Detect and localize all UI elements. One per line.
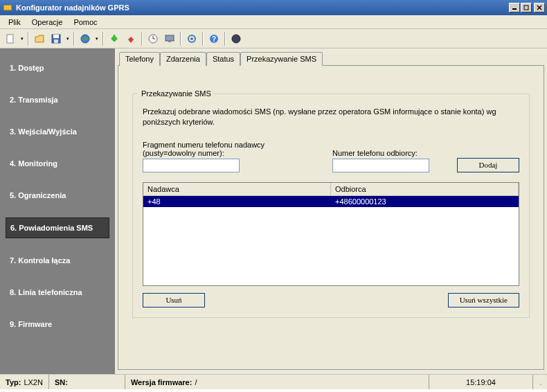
svg-point-16 (190, 37, 193, 40)
status-sn-label: SN: (55, 378, 68, 386)
svg-rect-0 (3, 5, 12, 10)
sidebar-item-sms-notifications[interactable]: 6. Powiadomienia SMS (6, 217, 109, 238)
toolbar: ▾ ▾ ▾ ? (0, 29, 547, 48)
new-icon[interactable] (3, 31, 18, 46)
menu-operations[interactable]: Operacje (26, 17, 69, 28)
svg-line-20 (540, 380, 541, 385)
status-sn: SN: (49, 375, 125, 389)
tab-panel: Przekazywanie SMS Przekazuj odebrane wia… (118, 65, 544, 370)
delete-all-button[interactable]: Usuń wszystkie (448, 293, 519, 308)
group-description: Przekazuj odebrane wiadomości SMS (np. w… (143, 107, 519, 128)
add-button[interactable]: Dodaj (457, 158, 519, 172)
gear-icon[interactable] (184, 31, 199, 46)
table-row[interactable]: +48 +48600000123 (143, 196, 519, 207)
globe-dropdown-icon[interactable]: ▾ (94, 31, 100, 46)
svg-rect-8 (54, 39, 58, 43)
cell-sender: +48 (143, 196, 331, 207)
sidebar-item-restrictions[interactable]: 5. Ograniczenia (6, 186, 109, 205)
svg-rect-7 (53, 35, 59, 38)
group-legend: Przekazywanie SMS (138, 89, 214, 98)
svg-point-19 (232, 35, 240, 43)
sms-forwarding-group: Przekazywanie SMS Przekazuj odebrane wia… (132, 93, 530, 318)
sender-label: Fragment numeru telefonu nadawcy (pusty=… (143, 141, 319, 157)
tab-strip: Telefony Zdarzenia Status Przekazywanie … (115, 48, 547, 65)
cell-recipient: +48600000123 (331, 196, 519, 207)
delete-button[interactable]: Usuń (143, 293, 205, 308)
new-dropdown-icon[interactable]: ▾ (19, 31, 25, 46)
help-icon[interactable]: ? (206, 31, 222, 46)
tab-status[interactable]: Status (206, 52, 240, 66)
col-recipient[interactable]: Odbiorca (331, 183, 519, 195)
content-area: Telefony Zdarzenia Status Przekazywanie … (115, 48, 547, 374)
tab-phones[interactable]: Telefony (119, 52, 160, 66)
globe-icon[interactable] (78, 31, 93, 46)
forwarding-table: Nadawca Odbiorca +48 +48600000123 (143, 182, 519, 286)
monitor-icon[interactable] (162, 31, 177, 46)
svg-rect-13 (165, 35, 174, 41)
status-type-label: Typ: (6, 378, 21, 386)
sidebar-item-link-control[interactable]: 7. Kontrola łącza (6, 251, 109, 270)
title-bar: Konfigurator nadajników GPRS (0, 0, 547, 15)
app-icon (2, 2, 13, 13)
clock-icon[interactable] (145, 31, 161, 46)
download-icon[interactable] (107, 31, 122, 46)
status-time: 15:19:04 (429, 375, 533, 389)
recipient-input[interactable] (332, 159, 429, 172)
sidebar: 1. Dostęp 2. Transmisja 3. Wejścia/Wyjśc… (0, 48, 115, 374)
col-sender[interactable]: Nadawca (143, 183, 331, 195)
tab-sms-forwarding[interactable]: Przekazywanie SMS (240, 52, 323, 66)
recipient-label: Numer telefonu odbiorcy: (332, 149, 429, 157)
close-button[interactable] (534, 3, 545, 12)
sidebar-item-phone-line[interactable]: 8. Linia telefoniczna (6, 283, 109, 302)
sidebar-item-io[interactable]: 3. Wejścia/Wyjścia (6, 122, 109, 141)
save-icon[interactable] (48, 31, 64, 46)
menu-help[interactable]: Pomoc (68, 17, 102, 28)
dark-globe-icon[interactable] (228, 31, 244, 46)
resize-grip-icon[interactable] (533, 375, 547, 389)
save-dropdown-icon[interactable]: ▾ (65, 31, 71, 46)
status-firmware: Wersja firmware: / (125, 375, 429, 389)
svg-rect-14 (168, 41, 171, 42)
status-type: Typ: LX2N (0, 375, 49, 389)
minimize-button[interactable] (509, 3, 520, 12)
window-title: Konfigurator nadajników GPRS (16, 3, 509, 12)
svg-rect-2 (524, 6, 528, 10)
svg-text:?: ? (212, 35, 216, 43)
sidebar-item-transmission[interactable]: 2. Transmisja (6, 90, 109, 109)
sender-input[interactable] (143, 159, 240, 172)
open-icon[interactable] (32, 31, 47, 46)
status-type-value: LX2N (24, 378, 43, 386)
menu-bar: Plik Operacje Pomoc (0, 15, 547, 29)
menu-file[interactable]: Plik (3, 17, 26, 28)
status-firmware-value: / (195, 378, 197, 386)
maximize-button[interactable] (521, 3, 532, 12)
status-firmware-label: Wersja firmware: (131, 378, 192, 386)
svg-rect-5 (7, 35, 13, 43)
tab-events[interactable]: Zdarzenia (160, 52, 206, 66)
sidebar-item-monitoring[interactable]: 4. Monitoring (6, 154, 109, 173)
sidebar-item-access[interactable]: 1. Dostęp (6, 58, 109, 78)
upload-icon[interactable] (123, 31, 138, 46)
status-bar: Typ: LX2N SN: Wersja firmware: / 15:19:0… (0, 374, 547, 389)
sidebar-item-firmware[interactable]: 9. Firmware (6, 314, 109, 334)
